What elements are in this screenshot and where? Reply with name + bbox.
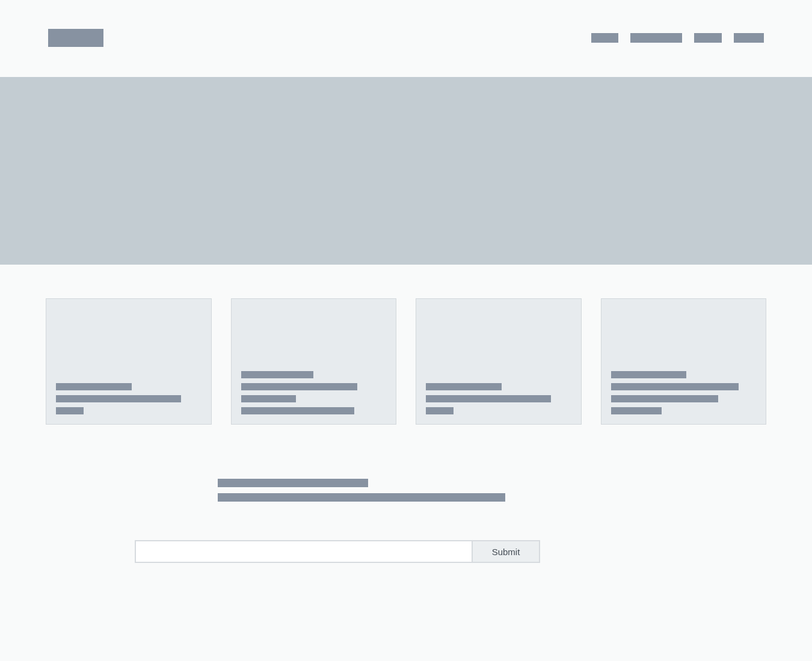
card-text-placeholder <box>611 371 757 414</box>
header <box>0 0 812 77</box>
card-text-placeholder <box>426 383 571 414</box>
card-text-placeholder <box>241 371 387 414</box>
card-3[interactable] <box>416 298 582 425</box>
card-1[interactable] <box>46 298 212 425</box>
card-row <box>0 265 812 425</box>
form-row: Submit <box>0 540 812 563</box>
nav-item-3[interactable] <box>694 33 722 43</box>
card-text-placeholder <box>56 383 201 414</box>
submit-button[interactable]: Submit <box>473 540 540 563</box>
text-input[interactable] <box>135 540 473 563</box>
section-text-placeholder <box>0 479 812 508</box>
top-nav <box>591 33 764 43</box>
nav-item-4[interactable] <box>734 33 764 43</box>
nav-item-1[interactable] <box>591 33 618 43</box>
card-2[interactable] <box>231 298 397 425</box>
logo-placeholder <box>48 29 103 47</box>
nav-item-2[interactable] <box>630 33 682 43</box>
card-4[interactable] <box>601 298 767 425</box>
hero-image-placeholder <box>0 77 812 265</box>
